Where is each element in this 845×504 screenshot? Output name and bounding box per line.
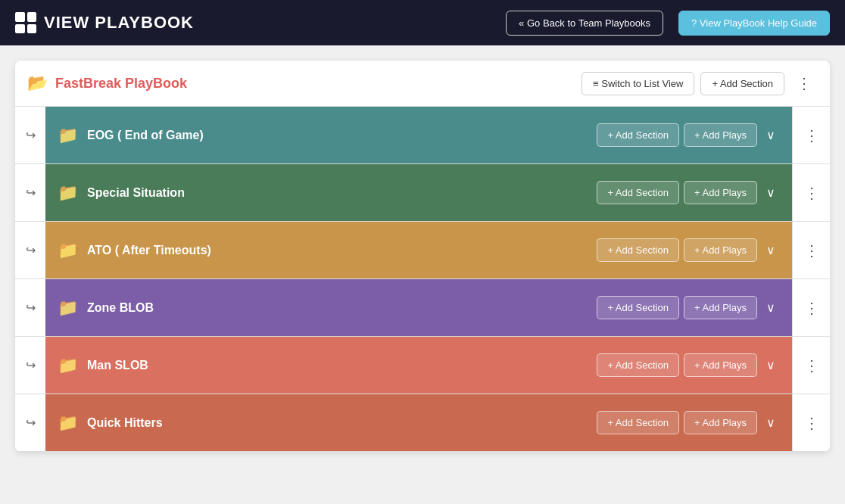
playbook-card: 📂 FastBreak PlayBook ≡ Switch to List Vi… [15, 61, 830, 452]
section-name-4: Man SLOB [87, 359, 597, 372]
section-body-4: 📁 Man SLOB + Add Section + Add Plays ∨ [45, 337, 792, 394]
back-to-playbooks-button[interactable]: « Go Back to Team Playbooks [506, 11, 663, 36]
section-right-controls-0: ⋮ [792, 107, 830, 163]
section-right-controls-2: ⋮ [792, 222, 830, 278]
section-body-3: 📁 Zone BLOB + Add Section + Add Plays ∨ [45, 279, 792, 336]
section-arrow-5: ↪ [15, 394, 45, 451]
section-right-controls-1: ⋮ [792, 164, 830, 221]
section-body-5: 📁 Quick Hitters + Add Section + Add Play… [45, 394, 792, 451]
section-body-1: 📁 Special Situation + Add Section + Add … [45, 164, 792, 221]
section-actions-3: + Add Section + Add Plays ∨ [597, 296, 780, 319]
section-name-0: EOG ( End of Game) [87, 129, 597, 142]
section-add-section-button-5[interactable]: + Add Section [597, 411, 679, 434]
section-add-section-button-4[interactable]: + Add Section [597, 353, 679, 377]
section-add-section-button-3[interactable]: + Add Section [597, 296, 679, 319]
section-body-0: 📁 EOG ( End of Game) + Add Section + Add… [45, 107, 792, 163]
header-actions: ≡ Switch to List View + Add Section ⋮ [582, 71, 818, 95]
add-section-header-button[interactable]: + Add Section [700, 72, 784, 95]
section-folder-icon-2: 📁 [58, 241, 78, 260]
section-name-5: Quick Hitters [87, 416, 597, 430]
section-add-section-button-2[interactable]: + Add Section [597, 238, 679, 262]
section-add-plays-button-0[interactable]: + Add Plays [684, 123, 757, 147]
section-actions-0: + Add Section + Add Plays ∨ [597, 123, 780, 147]
playbook-header: 📂 FastBreak PlayBook ≡ Switch to List Vi… [15, 61, 830, 107]
section-more-button-5[interactable]: ⋮ [800, 411, 824, 435]
sections-list: ↪ 📁 EOG ( End of Game) + Add Section + A… [15, 107, 830, 452]
section-name-2: ATO ( After Timeouts) [87, 244, 597, 257]
section-folder-icon-1: 📁 [58, 183, 78, 203]
section-chevron-button-0[interactable]: ∨ [762, 125, 780, 145]
nav-title: VIEW PLAYBOOK [44, 13, 194, 33]
section-add-plays-button-2[interactable]: + Add Plays [684, 238, 757, 262]
section-right-controls-5: ⋮ [792, 394, 830, 451]
section-row: ↪ 📁 Zone BLOB + Add Section + Add Plays … [15, 279, 830, 337]
playbook-folder-icon: 📂 [27, 73, 48, 93]
section-arrow-2: ↪ [15, 222, 45, 278]
section-arrow-3: ↪ [15, 279, 45, 336]
section-more-button-4[interactable]: ⋮ [800, 353, 824, 378]
section-name-3: Zone BLOB [87, 301, 597, 315]
section-chevron-button-2[interactable]: ∨ [762, 240, 780, 260]
section-add-plays-button-3[interactable]: + Add Plays [684, 296, 757, 319]
main-content: 📂 FastBreak PlayBook ≡ Switch to List Vi… [0, 45, 845, 504]
section-folder-icon-4: 📁 [58, 356, 78, 375]
section-name-1: Special Situation [87, 186, 597, 200]
section-chevron-button-4[interactable]: ∨ [762, 355, 780, 375]
section-row: ↪ 📁 ATO ( After Timeouts) + Add Section … [15, 222, 830, 279]
section-chevron-button-5[interactable]: ∨ [762, 412, 780, 433]
section-right-controls-3: ⋮ [792, 279, 830, 336]
section-body-2: 📁 ATO ( After Timeouts) + Add Section + … [45, 222, 792, 278]
section-more-button-2[interactable]: ⋮ [800, 238, 824, 263]
section-add-section-button-1[interactable]: + Add Section [597, 181, 679, 204]
section-more-button-1[interactable]: ⋮ [800, 181, 824, 205]
help-guide-button[interactable]: ? View PlayBook Help Guide [678, 11, 830, 36]
section-right-controls-4: ⋮ [792, 337, 830, 394]
section-arrow-4: ↪ [15, 337, 45, 394]
section-actions-5: + Add Section + Add Plays ∨ [597, 411, 780, 434]
logo-icon [15, 12, 36, 33]
section-actions-1: + Add Section + Add Plays ∨ [597, 181, 780, 204]
section-folder-icon-3: 📁 [58, 298, 78, 318]
section-actions-4: + Add Section + Add Plays ∨ [597, 353, 780, 377]
section-actions-2: + Add Section + Add Plays ∨ [597, 238, 780, 262]
section-row: ↪ 📁 Special Situation + Add Section + Ad… [15, 164, 830, 222]
section-row: ↪ 📁 Man SLOB + Add Section + Add Plays ∨… [15, 337, 830, 394]
top-nav: VIEW PLAYBOOK « Go Back to Team Playbook… [0, 0, 845, 45]
section-more-button-0[interactable]: ⋮ [800, 123, 824, 148]
section-folder-icon-5: 📁 [58, 413, 78, 433]
section-arrow-1: ↪ [15, 164, 45, 221]
playbook-more-button[interactable]: ⋮ [790, 71, 818, 95]
nav-logo: VIEW PLAYBOOK [15, 12, 194, 33]
section-row: ↪ 📁 Quick Hitters + Add Section + Add Pl… [15, 394, 830, 452]
section-add-section-button-0[interactable]: + Add Section [597, 123, 679, 147]
section-more-button-3[interactable]: ⋮ [800, 296, 824, 320]
section-chevron-button-1[interactable]: ∨ [762, 182, 780, 203]
section-add-plays-button-5[interactable]: + Add Plays [684, 411, 757, 434]
playbook-title: FastBreak PlayBook [55, 76, 574, 92]
section-arrow-0: ↪ [15, 107, 45, 163]
section-add-plays-button-1[interactable]: + Add Plays [684, 181, 757, 204]
section-chevron-button-3[interactable]: ∨ [762, 297, 780, 318]
switch-to-list-view-button[interactable]: ≡ Switch to List View [582, 72, 694, 95]
section-add-plays-button-4[interactable]: + Add Plays [684, 353, 757, 377]
section-row: ↪ 📁 EOG ( End of Game) + Add Section + A… [15, 107, 830, 164]
section-folder-icon-0: 📁 [58, 126, 78, 145]
